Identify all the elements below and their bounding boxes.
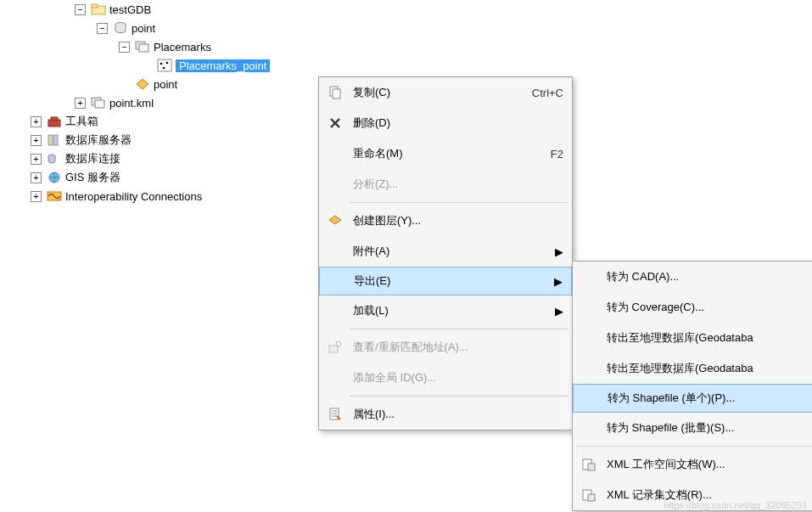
xml-recordset-icon: [578, 485, 600, 505]
menu-label: 查看/重新匹配地址(A)...: [353, 340, 563, 355]
blank-icon: [325, 271, 347, 291]
blank-icon: [324, 174, 346, 194]
blank-icon: [324, 368, 346, 388]
tree-label: 工具箱: [65, 114, 98, 129]
tree-label: point: [132, 22, 155, 35]
menu-separator: [576, 446, 812, 447]
svg-point-23: [336, 341, 341, 346]
submenu-item-xml-workspace[interactable]: XML 工作空间文档(W)...: [573, 449, 812, 480]
menu-item-rename[interactable]: 重命名(M) F2: [319, 138, 572, 169]
menu-item-delete[interactable]: 删除(D): [319, 108, 572, 138]
menu-label: 附件(A): [353, 244, 541, 259]
tree-label: Interoperability Connections: [65, 190, 202, 203]
submenu-item-to-cad[interactable]: 转为 CAD(A)...: [573, 262, 812, 292]
menu-item-properties[interactable]: 属性(I)...: [319, 399, 572, 430]
svg-rect-15: [53, 135, 58, 145]
blank-icon: [578, 328, 600, 348]
submenu-item-to-geodb-single[interactable]: 转出至地理数据库(Geodataba: [573, 323, 812, 353]
submenu-item-to-coverage[interactable]: 转为 Coverage(C)...: [573, 292, 812, 323]
submenu-arrow-icon: ▶: [555, 305, 563, 318]
database-connections-icon: [47, 152, 62, 166]
menu-label: 重命名(M): [353, 146, 534, 161]
layer-icon: [324, 211, 346, 231]
menu-item-export[interactable]: 导出(E) ▶: [319, 267, 572, 295]
blank-icon: [324, 241, 346, 262]
menu-label: 创建图层(Y)...: [353, 213, 563, 228]
menu-item-load[interactable]: 加载(L) ▶: [319, 295, 572, 326]
expand-icon[interactable]: +: [31, 172, 42, 183]
collapse-icon[interactable]: −: [119, 42, 130, 53]
context-menu: 复制(C) Ctrl+C 删除(D) 重命名(M) F2 分析(Z)... 创建…: [318, 76, 573, 430]
blank-icon: [579, 388, 601, 408]
feature-dataset-icon: [91, 96, 106, 110]
menu-shortcut: Ctrl+C: [532, 87, 563, 99]
toolbox-icon: [47, 115, 62, 128]
menu-item-create-layer[interactable]: 创建图层(Y)...: [319, 205, 572, 236]
interoperability-icon: [47, 189, 62, 203]
tree-label: Placemarks: [154, 41, 211, 53]
folder-icon: [91, 3, 106, 16]
menu-label: 分析(Z)...: [353, 177, 563, 192]
watermark: https://blog.csdn.net/qq_32085293: [664, 500, 807, 510]
expand-icon[interactable]: +: [75, 98, 86, 109]
menu-label: 转为 Coverage(C)...: [607, 300, 809, 315]
menu-label: 转出至地理数据库(Geodataba: [607, 330, 809, 346]
menu-label: XML 工作空间文档(W)...: [607, 457, 809, 472]
svg-rect-4: [139, 44, 148, 52]
tree-label-selected: Placemarks_point: [176, 59, 270, 72]
collapse-icon[interactable]: −: [75, 4, 86, 15]
geodatabase-icon: [113, 21, 128, 35]
expand-icon[interactable]: +: [31, 116, 42, 127]
export-submenu: 转为 CAD(A)... 转为 Coverage(C)... 转出至地理数据库(…: [572, 261, 812, 511]
expand-icon[interactable]: +: [31, 135, 42, 146]
svg-rect-28: [588, 494, 595, 501]
menu-label: 加载(L): [353, 303, 541, 318]
submenu-item-to-shapefile-single[interactable]: 转为 Shapefile (单个)(P)...: [573, 384, 812, 413]
menu-item-analyze: 分析(Z)...: [319, 169, 572, 200]
tree-item-point-dataset[interactable]: − point: [8, 19, 812, 37]
svg-rect-13: [51, 117, 58, 121]
collapse-icon[interactable]: −: [97, 23, 108, 34]
menu-label: 添加全局 ID(G)...: [353, 370, 563, 385]
menu-label: 导出(E): [354, 273, 540, 289]
feature-dataset-icon: [135, 40, 150, 53]
menu-label: 删除(D): [353, 115, 563, 131]
expand-icon[interactable]: +: [31, 154, 42, 165]
submenu-item-to-shapefile-batch[interactable]: 转为 Shapefile (批量)(S)...: [573, 413, 812, 443]
blank-icon: [578, 267, 600, 287]
expand-icon[interactable]: +: [31, 191, 42, 202]
svg-marker-21: [329, 216, 341, 224]
diamond-icon: [135, 77, 150, 91]
tree-item-testgdb[interactable]: − testGDB: [8, 0, 812, 19]
menu-label: 转为 Shapefile (单个)(P)...: [608, 391, 808, 406]
svg-point-6: [160, 63, 163, 65]
blank-icon: [324, 301, 346, 321]
tree-item-placemarks-point[interactable]: Placemarks_point: [8, 56, 812, 75]
svg-rect-22: [329, 346, 338, 352]
svg-rect-20: [333, 89, 340, 98]
svg-rect-11: [95, 100, 104, 108]
submenu-item-to-geodb-multi[interactable]: 转出至地理数据库(Geodataba: [573, 353, 812, 384]
menu-separator: [350, 202, 568, 203]
svg-rect-5: [158, 59, 171, 71]
blank-icon: [324, 143, 346, 164]
menu-separator: [350, 396, 568, 397]
menu-item-copy[interactable]: 复制(C) Ctrl+C: [319, 77, 572, 108]
svg-point-8: [163, 67, 165, 70]
tree-label: testGDB: [109, 3, 151, 16]
tree-label: point: [154, 78, 177, 91]
database-servers-icon: [47, 133, 62, 147]
svg-point-7: [166, 62, 169, 65]
properties-icon: [324, 404, 346, 425]
menu-label: 转为 CAD(A)...: [607, 269, 809, 284]
tree-label: GIS 服务器: [65, 170, 120, 185]
tree-label: 数据库服务器: [65, 132, 132, 148]
svg-rect-26: [588, 464, 595, 470]
menu-item-attachments[interactable]: 附件(A) ▶: [319, 236, 572, 267]
menu-label: 转出至地理数据库(Geodataba: [607, 361, 809, 376]
blank-icon: [578, 297, 600, 318]
gis-servers-icon: [47, 171, 62, 184]
tree-label: 数据库连接: [65, 151, 120, 166]
tree-item-placemarks[interactable]: − Placemarks: [8, 37, 812, 56]
submenu-arrow-icon: ▶: [555, 245, 563, 258]
